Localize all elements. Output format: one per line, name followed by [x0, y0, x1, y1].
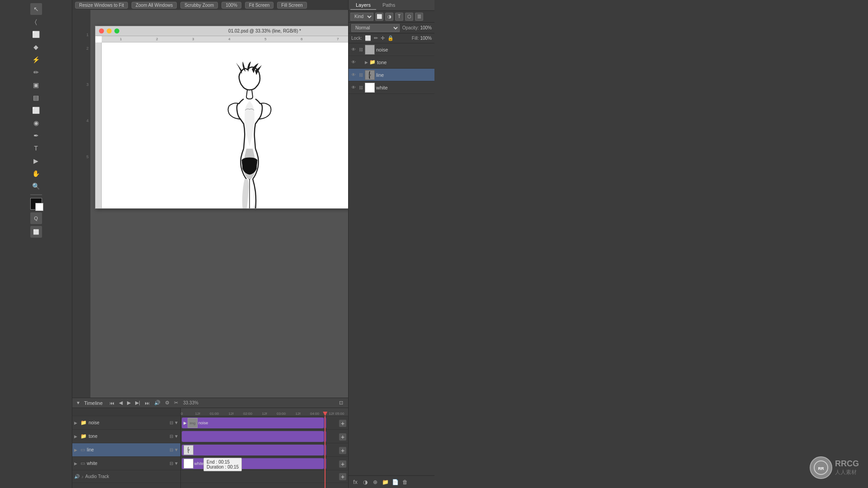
tool-eraser[interactable]: ▤: [30, 92, 42, 103]
chain-icon-tone[interactable]: [358, 60, 363, 65]
rp-filter-icon[interactable]: ☰: [415, 13, 423, 21]
tl-ctrl-tone-1[interactable]: ⊟: [170, 434, 173, 439]
playhead[interactable]: [325, 416, 326, 488]
fill-screen-btn[interactable]: Fill Screen: [277, 2, 307, 9]
rp-text-icon[interactable]: T: [395, 13, 403, 21]
fill-value[interactable]: 100%: [420, 36, 432, 41]
lock-all-icon[interactable]: 🔒: [387, 35, 394, 41]
foreground-color[interactable]: [30, 198, 42, 210]
layer-row-white[interactable]: 👁 ⛓ white: [349, 81, 434, 94]
tl-expand-btn[interactable]: ⊡: [338, 399, 344, 406]
group-icon[interactable]: 📁: [381, 478, 389, 486]
delete-icon[interactable]: 🗑: [401, 478, 409, 486]
tl-layer-white[interactable]: ▶ ▭ white ⊟ ▼: [72, 457, 180, 470]
tool-gradient[interactable]: ⬜: [30, 104, 42, 116]
rp-adj-icon[interactable]: ◑: [385, 13, 393, 21]
tl-ctrl-icon-2[interactable]: ▼: [174, 420, 179, 425]
tool-dodge[interactable]: ◉: [30, 117, 42, 129]
zoom-100-btn[interactable]: 100%: [222, 2, 241, 9]
tl-ctrl-white-2[interactable]: ▼: [174, 461, 179, 466]
chain-icon-white[interactable]: ⛓: [358, 85, 363, 90]
chain-icon-noise[interactable]: ⛓: [358, 47, 363, 52]
tool-text[interactable]: T: [30, 142, 42, 154]
fx-icon[interactable]: fx: [351, 478, 359, 486]
tool-brush[interactable]: ✏: [30, 66, 42, 78]
expand-tone[interactable]: ▶: [365, 60, 368, 65]
collapse-icon[interactable]: ▼: [76, 400, 80, 405]
maximize-button[interactable]: [114, 28, 119, 33]
layer-row-noise[interactable]: 👁 ⛓ noise: [349, 43, 434, 56]
tl-layer-tone[interactable]: ▶ 📁 tone ⊟ ▼: [72, 430, 180, 443]
zoom-all-btn[interactable]: Zoom All Windows: [132, 2, 177, 9]
tl-bar-noise[interactable]: ▶ img noise: [182, 418, 324, 428]
tl-settings-btn[interactable]: ⚙: [164, 399, 171, 406]
tl-skip-back-btn[interactable]: ⏮: [108, 400, 116, 406]
tool-select[interactable]: ↖: [30, 3, 42, 15]
tl-thumb-noise: img: [188, 418, 198, 428]
eye-icon-noise[interactable]: 👁: [350, 47, 357, 53]
tl-add-tone[interactable]: +: [339, 433, 346, 441]
rrcg-text: RRCG: [835, 459, 859, 469]
tool-path-select[interactable]: ▶: [30, 155, 42, 167]
resize-windows-btn[interactable]: Resize Windows to Fit: [75, 2, 128, 9]
rp-pixel-icon[interactable]: ⬜: [375, 13, 383, 21]
rp-blend-mode-select[interactable]: Normal: [351, 24, 400, 32]
tool-hand[interactable]: ✋: [30, 168, 42, 179]
tl-layer-line[interactable]: ▶ ▭ line ⊟ ▼: [72, 443, 180, 457]
tool-lasso[interactable]: 〈: [30, 16, 42, 28]
tool-crop[interactable]: ⬜: [30, 28, 42, 40]
chain-icon-line[interactable]: ⛓: [358, 72, 363, 78]
tl-add-white[interactable]: +: [339, 460, 346, 468]
tool-zoom[interactable]: 🔍: [30, 180, 42, 192]
add-mask-icon[interactable]: ◑: [361, 478, 369, 486]
tl-ctrl-line-2[interactable]: ▼: [174, 447, 179, 452]
tl-cut-btn[interactable]: ✂: [173, 399, 179, 406]
tl-play-btn[interactable]: ▶: [126, 399, 132, 406]
lock-pixels-icon[interactable]: ✏: [374, 35, 378, 41]
figure-drawing: [102, 42, 348, 208]
eye-icon-tone[interactable]: 👁: [350, 59, 357, 66]
scrubby-zoom-btn[interactable]: Scrubby Zoom: [180, 2, 218, 9]
tl-forward-btn[interactable]: ▶|: [134, 399, 142, 406]
tl-ctrl-icon-1[interactable]: ⊟: [170, 420, 173, 425]
lock-transparent-icon[interactable]: ⬜: [365, 35, 371, 41]
tl-bar-line[interactable]: [182, 445, 324, 455]
eye-icon-line[interactable]: 👁: [350, 72, 357, 78]
layer-row-tone[interactable]: 👁 ▶ 📁 tone: [349, 56, 434, 69]
rp-shape-icon[interactable]: ⬡: [405, 13, 413, 21]
tl-ctrl-tone-2[interactable]: ▼: [174, 434, 179, 439]
tool-stamp[interactable]: ▣: [30, 79, 42, 91]
adjustment-icon[interactable]: ⊕: [371, 478, 379, 486]
rp-opacity: Opacity: 100%: [402, 25, 432, 30]
close-button[interactable]: [99, 28, 104, 33]
layer-row-line[interactable]: 👁 ⛓ line: [349, 69, 434, 81]
fit-screen-btn[interactable]: Fit Screen: [245, 2, 274, 9]
lock-position-icon[interactable]: ✛: [381, 35, 385, 41]
tl-layer-noise[interactable]: ▶ 📁 noise ⊟ ▼: [72, 416, 180, 430]
canvas-content[interactable]: 1 2 3 4 5 6 7 8: [95, 36, 348, 208]
minimize-button[interactable]: [107, 28, 112, 33]
tl-ctrl-line-1[interactable]: ⊟: [170, 447, 173, 452]
tab-paths[interactable]: Paths: [377, 1, 401, 10]
tab-layers[interactable]: Layers: [350, 1, 376, 10]
new-layer-icon[interactable]: 📄: [391, 478, 399, 486]
tl-ctrl-white-1[interactable]: ⊟: [170, 461, 173, 466]
tool-eyedropper[interactable]: ◆: [30, 41, 42, 53]
background-color[interactable]: [35, 203, 43, 211]
eye-icon-white[interactable]: 👁: [350, 84, 357, 91]
fill-label: Fill:: [412, 36, 419, 41]
tl-add-audio[interactable]: +: [339, 473, 346, 480]
tool-quick-mask[interactable]: Q: [30, 212, 42, 224]
tl-audio-btn[interactable]: 🔊: [153, 399, 162, 406]
timeline-timebar: 00 12f 01:00 12f 02:00 12f 03:00 12f 04:…: [181, 408, 348, 488]
tool-healing[interactable]: ⚡: [30, 54, 42, 66]
tl-skip-fwd-btn[interactable]: ⏭: [143, 400, 151, 406]
tl-add-noise[interactable]: +: [339, 420, 346, 427]
opacity-value[interactable]: 100%: [420, 25, 432, 30]
tl-back-btn[interactable]: ◀: [118, 399, 124, 406]
tool-pen[interactable]: ✒: [30, 130, 42, 141]
tl-bar-tone[interactable]: [182, 431, 324, 442]
tl-add-line[interactable]: +: [339, 447, 346, 454]
rp-kind-select[interactable]: Kind: [350, 13, 373, 21]
tool-screen-mode[interactable]: ⬜: [30, 226, 42, 238]
